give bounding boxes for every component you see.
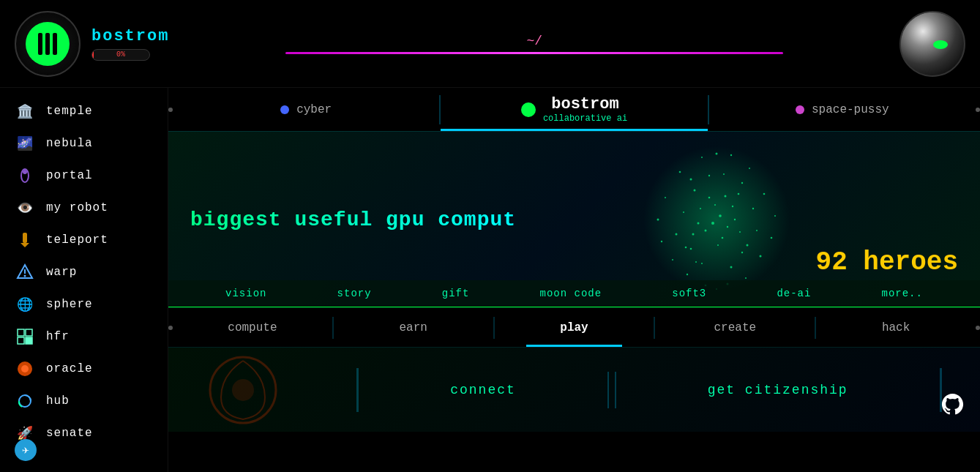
svg-point-18 <box>749 168 750 169</box>
svg-point-17 <box>679 171 681 173</box>
get-citizenship-button[interactable]: get citizenship <box>693 375 863 405</box>
tab-space-pussy[interactable]: space-pussy <box>709 88 976 131</box>
svg-point-14 <box>716 153 718 155</box>
telegram-icon[interactable]: ✈ <box>15 439 37 461</box>
hero-link-more[interactable]: more.. <box>882 288 923 299</box>
sidebar-item-nebula[interactable]: 🌌 nebula <box>0 127 168 160</box>
svg-point-51 <box>722 237 724 239</box>
nav-label-play: play <box>560 321 588 334</box>
svg-point-47 <box>719 214 722 217</box>
sidebar: 🏛️ temple 🌌 nebula portal 👁️ my robot te… <box>0 88 168 472</box>
nav-item-earn[interactable]: earn <box>334 308 493 347</box>
avatar-eye <box>933 40 948 49</box>
svg-point-38 <box>683 211 684 213</box>
bostrom-tab-name: bostrom <box>551 95 618 113</box>
sidebar-item-portal[interactable]: portal <box>0 160 168 192</box>
hero-link-story[interactable]: story <box>337 288 372 299</box>
bottom-section: connect get citizenship <box>168 348 980 432</box>
sidebar-item-sphere[interactable]: 🌐 sphere <box>0 288 168 321</box>
hero-section: biggest useful gpu comput <box>168 132 980 307</box>
network-tabs: cyber bostrom collaborative ai space-pus… <box>168 88 980 132</box>
sidebar-item-warp[interactable]: warp <box>0 256 168 288</box>
svg-point-42 <box>690 248 692 250</box>
svg-rect-7 <box>26 329 32 336</box>
nav-item-play[interactable]: play <box>495 308 654 347</box>
search-tilde: ~/ <box>526 34 542 48</box>
progress-fill <box>92 50 94 60</box>
header-avatar[interactable] <box>899 11 965 77</box>
svg-point-24 <box>774 215 776 217</box>
svg-point-50 <box>714 204 716 206</box>
svg-point-60 <box>739 231 741 233</box>
svg-point-20 <box>741 182 743 184</box>
main-content: cyber bostrom collaborative ai space-pus… <box>168 88 980 472</box>
nav-label-compute: compute <box>228 321 277 334</box>
sidebar-label-oracle: oracle <box>46 362 93 375</box>
hfr-icon <box>15 326 35 347</box>
logo-bar-1 <box>38 33 42 55</box>
svg-rect-9 <box>26 337 32 344</box>
svg-point-5 <box>24 275 26 277</box>
nav-right-dot <box>976 326 980 330</box>
svg-point-59 <box>692 233 695 236</box>
sidebar-label-warp: warp <box>46 266 77 279</box>
svg-point-61 <box>685 247 687 249</box>
portal-icon <box>15 165 35 186</box>
nav-item-create[interactable]: create <box>655 308 815 347</box>
logo-bar-2 <box>45 33 50 55</box>
sidebar-item-temple[interactable]: 🏛️ temple <box>0 95 168 127</box>
svg-point-35 <box>723 173 725 175</box>
teleport-icon <box>15 230 35 250</box>
hero-link-gift[interactable]: gift <box>442 288 470 299</box>
sidebar-label-portal: portal <box>46 169 93 182</box>
warp-icon <box>15 262 35 282</box>
hub-icon <box>15 391 35 411</box>
header-brand: bostrom 0% <box>91 27 169 61</box>
bottom-sep-3 <box>615 372 616 408</box>
nav-item-compute[interactable]: compute <box>173 308 332 347</box>
telegram-sidebar[interactable]: ✈ <box>15 439 37 461</box>
cyber-dot <box>280 105 289 114</box>
hero-link-vision[interactable]: vision <box>225 288 266 299</box>
svg-point-57 <box>700 208 701 209</box>
header-search: ~/ <box>198 34 870 54</box>
svg-point-23 <box>657 219 659 221</box>
svg-point-27 <box>672 259 673 261</box>
logo-circle[interactable] <box>15 11 81 77</box>
hero-link-moon-code[interactable]: moon code <box>539 288 602 299</box>
bottom-logo-left <box>206 353 280 427</box>
svg-point-53 <box>734 219 736 220</box>
search-container[interactable]: ~/ <box>285 34 783 54</box>
sidebar-item-oracle[interactable]: oracle <box>0 353 168 385</box>
sidebar-label-nebula: nebula <box>46 137 93 150</box>
sidebar-label-sphere: sphere <box>46 298 93 311</box>
connect-button[interactable]: connect <box>435 375 531 405</box>
progress-text: 0% <box>116 50 125 59</box>
sidebar-item-hub[interactable]: hub <box>0 385 168 417</box>
sidebar-item-my-robot[interactable]: 👁️ my robot <box>0 192 168 224</box>
svg-point-21 <box>665 197 666 198</box>
nav-bar: compute earn play create hack <box>168 307 980 348</box>
nav-item-hack[interactable]: hack <box>816 308 976 347</box>
svg-point-25 <box>661 241 662 242</box>
bostrom-tab-sub: collaborative ai <box>543 113 627 124</box>
hero-sphere <box>636 139 797 300</box>
hero-link-de-ai[interactable]: de-ai <box>777 288 811 299</box>
svg-point-36 <box>694 190 696 192</box>
bottom-sep-1 <box>356 368 359 412</box>
sidebar-item-hfr[interactable]: hfr <box>0 321 168 353</box>
svg-point-56 <box>725 195 727 198</box>
sidebar-label-hub: hub <box>46 394 70 408</box>
svg-point-19 <box>690 179 692 181</box>
oracle-icon <box>15 359 35 379</box>
github-icon[interactable] <box>940 392 965 417</box>
brand-progress-bar: 0% <box>91 49 150 61</box>
tab-bostrom[interactable]: bostrom collaborative ai <box>441 88 707 131</box>
brand-name: bostrom <box>91 27 169 45</box>
hero-link-soft3[interactable]: soft3 <box>672 288 706 299</box>
svg-point-13 <box>643 146 790 293</box>
temple-icon: 🏛️ <box>15 101 35 121</box>
sidebar-item-teleport[interactable]: teleport <box>0 224 168 256</box>
tab-cyber[interactable]: cyber <box>173 88 439 131</box>
sidebar-label-teleport: teleport <box>46 233 108 247</box>
